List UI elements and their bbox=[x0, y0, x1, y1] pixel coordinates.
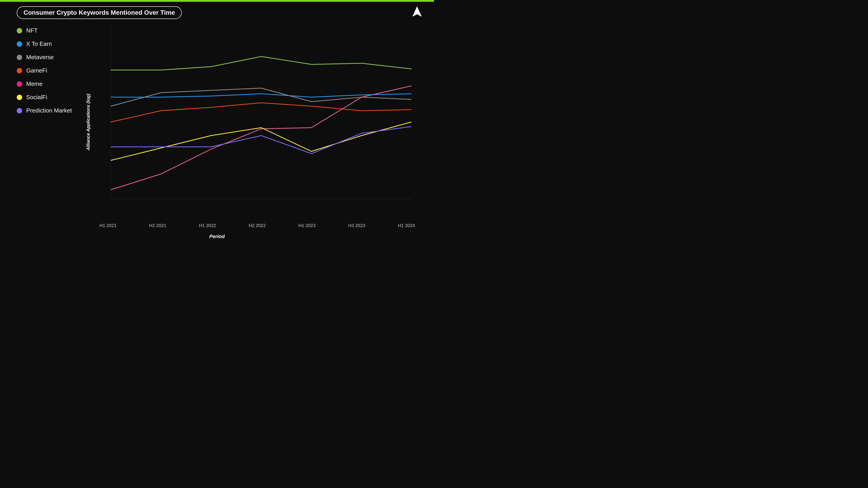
legend-dot-socialfi bbox=[17, 95, 22, 100]
legend-dot-meme bbox=[17, 81, 22, 87]
logo-icon bbox=[411, 6, 423, 18]
chart-legend: NFT X To Earn Metaverse GameFi Meme Soci… bbox=[17, 27, 72, 114]
x-axis-labels: H1 2021 H2 2021 H1 2022 H2 2022 H1 2023 … bbox=[97, 223, 417, 228]
legend-meme: Meme bbox=[17, 80, 72, 88]
meme-line bbox=[111, 86, 411, 190]
legend-label-gamefi: GameFi bbox=[26, 67, 47, 74]
period-h2-2022: H2 2022 bbox=[249, 223, 266, 228]
svg-marker-0 bbox=[412, 6, 422, 17]
legend-label-prediction-market: Prediction Market bbox=[26, 107, 72, 114]
title-container: Consumer Crypto Keywords Mentioned Over … bbox=[17, 6, 182, 19]
period-h1-2022: H1 2022 bbox=[199, 223, 216, 228]
accent-bar bbox=[0, 0, 434, 2]
svg-rect-1 bbox=[111, 27, 411, 199]
legend-x-to-earn: X To Earn bbox=[17, 40, 72, 47]
period-h1-2023: H1 2023 bbox=[298, 223, 315, 228]
period-h1-2024: H1 2024 bbox=[398, 223, 415, 228]
legend-prediction-market: Prediction Market bbox=[17, 107, 72, 114]
legend-dot-nft bbox=[17, 28, 22, 33]
page-title: Consumer Crypto Keywords Mentioned Over … bbox=[24, 9, 175, 16]
legend-dot-prediction-market bbox=[17, 108, 22, 113]
main-chart bbox=[97, 25, 418, 221]
period-h2-2023: H2 2023 bbox=[348, 223, 365, 228]
y-axis-label: Alliance Applications (log) bbox=[86, 94, 91, 150]
legend-gamefi: GameFi bbox=[17, 67, 72, 74]
legend-dot-metaverse bbox=[17, 55, 22, 60]
x-axis-title: Period bbox=[209, 234, 225, 239]
gamefi-line bbox=[111, 103, 411, 122]
legend-metaverse: Metaverse bbox=[17, 54, 72, 61]
legend-label-socialfi: SocialFi bbox=[26, 94, 47, 101]
legend-label-x-to-earn: X To Earn bbox=[26, 40, 52, 47]
legend-socialfi: SocialFi bbox=[17, 94, 72, 101]
period-h2-2021: H2 2021 bbox=[149, 223, 166, 228]
period-h1-2021: H1 2021 bbox=[99, 223, 117, 228]
nft-line bbox=[111, 57, 411, 70]
legend-dot-gamefi bbox=[17, 68, 22, 73]
socialfi-line bbox=[111, 122, 411, 160]
legend-label-nft: NFT bbox=[26, 27, 38, 34]
legend-dot-x-to-earn bbox=[17, 41, 22, 47]
legend-nft: NFT bbox=[17, 27, 72, 34]
legend-label-meme: Meme bbox=[26, 80, 42, 88]
legend-label-metaverse: Metaverse bbox=[26, 54, 54, 61]
